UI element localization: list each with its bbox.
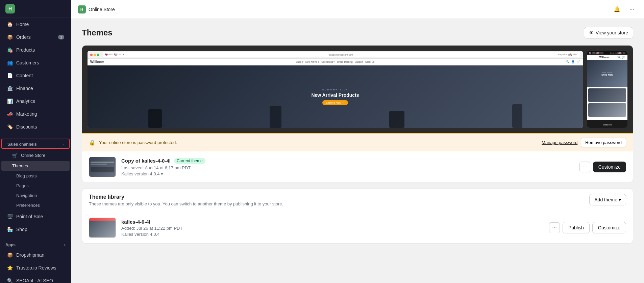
pos-icon: 🖥️ [7, 214, 13, 220]
browser-dot-green [97, 54, 99, 56]
sidebar-item-label: Home [16, 22, 29, 27]
mobile-hero-title: Shop Now [601, 74, 613, 76]
view-store-label: View your store [596, 30, 628, 35]
sidebar-item-orders[interactable]: 📦 Orders 1 [1, 31, 70, 43]
sidebar-item-products[interactable]: 🛍️ Products [1, 44, 70, 56]
browser-dot-red [90, 54, 93, 56]
notification-icon: 🔔 [614, 6, 620, 12]
apps-chevron-icon: › [64, 243, 66, 247]
mobile-flags: 🇬🇧 EN / 🇺🇸 USD [589, 52, 603, 54]
hero-title: New Arrival Products [311, 92, 359, 98]
current-theme-badge: Current theme [174, 158, 205, 164]
sidebar-item-label: Marketing [16, 111, 37, 117]
password-banner: 🔒 Your online store is password protecte… [82, 133, 633, 151]
analytics-icon: 📊 [7, 98, 13, 104]
page-title: Themes [82, 28, 113, 37]
dropshipman-icon: 📦 [7, 252, 13, 258]
library-header: Theme library These themes are only visi… [82, 189, 633, 212]
nav-link: Support [355, 61, 363, 63]
orders-badge: 1 [58, 35, 64, 39]
remove-password-button[interactable]: Remove password [581, 138, 626, 147]
mobile-product-2 [588, 103, 626, 117]
trustoo-label: Trustoo.io Reviews [16, 265, 56, 271]
sidebar-item-pos[interactable]: 🖥️ Point of Sale [1, 210, 70, 223]
thumb-row [91, 162, 114, 163]
sidebar-item-online-store[interactable]: 🛒 Online Store [1, 150, 70, 160]
seoant-icon: 🔍 [7, 278, 13, 283]
current-theme-section: Copy of kalles-4-0-4l Current theme Last… [82, 151, 633, 182]
mobile-brand: Willloom [599, 56, 609, 58]
lib-thumb-content [89, 221, 116, 237]
thumb-row [91, 164, 107, 165]
library-title: Theme library [89, 194, 283, 200]
blog-posts-label: Blog posts [16, 173, 37, 178]
online-store-icon: 🛒 [12, 153, 18, 158]
library-theme-more-button[interactable]: ··· [549, 222, 560, 233]
sidebar-item-label: Online Store [21, 153, 45, 158]
nav-link: Collections ▾ [321, 61, 335, 63]
nav-link: Shop ▾ [296, 61, 303, 63]
preview-hero: SUMMER 2024 New Arrival Products Explore… [88, 65, 583, 128]
mobile-footer: Willloom [587, 120, 627, 128]
sidebar-item-seoant[interactable]: 🔍 SEOAnt - AI SEO [1, 275, 70, 283]
sidebar-item-label: Discounts [16, 124, 37, 130]
library-theme-info: kalles-4-0-4l Added: Jul 26 at 11:22 pm … [121, 219, 544, 237]
main-area: H Online Store 🔔 ··· Themes 👁 View your … [71, 0, 644, 283]
theme-actions: ··· Customize [579, 162, 626, 172]
sidebar-item-marketing[interactable]: 📣 Marketing [1, 108, 70, 120]
lock-icon: 🔒 [89, 139, 96, 146]
sidebar-item-analytics[interactable]: 📊 Analytics [1, 95, 70, 107]
sales-channels-section[interactable]: Sales channels › [1, 139, 70, 149]
library-theme-thumbnail [89, 218, 116, 238]
content-icon: 📄 [7, 73, 13, 79]
publish-button[interactable]: Publish [563, 222, 590, 233]
library-customize-button[interactable]: Customize [592, 222, 626, 233]
sidebar-item-label: Products [16, 47, 35, 53]
sidebar-item-label: Analytics [16, 98, 35, 104]
marketing-icon: 📣 [7, 111, 13, 117]
search-icon: 🔍 [566, 60, 569, 63]
hero-season-text: SUMMER 2024 [311, 88, 359, 91]
preview-nav: Willloom Shop ▾ New Arrival ▾ Collection… [88, 59, 583, 65]
sidebar-item-pages[interactable]: Pages [1, 181, 70, 190]
customize-button[interactable]: Customize [593, 162, 626, 172]
sidebar-item-label: Orders [16, 34, 31, 40]
password-message: Your online store is password protected. [99, 140, 538, 145]
manage-password-link[interactable]: Manage password [542, 140, 577, 145]
mobile-brand-footer: Willloom [603, 123, 612, 126]
theme-info: Copy of kalles-4-0-4l Current theme Last… [121, 158, 574, 176]
theme-more-button[interactable]: ··· [579, 162, 590, 172]
sidebar-item-label: Customers [16, 60, 39, 65]
sidebar-item-trustoo[interactable]: ⭐ Trustoo.io Reviews [1, 262, 70, 274]
hero-products [94, 104, 576, 128]
sidebar-item-navigation[interactable]: Navigation [1, 191, 70, 200]
lib-thumb-accent [89, 218, 116, 221]
theme-version[interactable]: Kalles version 4.0.4 ▾ [121, 171, 574, 176]
sidebar-item-content[interactable]: 📄 Content [1, 69, 70, 82]
sidebar-item-customers[interactable]: 👥 Customers [1, 57, 70, 69]
sidebar-item-blog-posts[interactable]: Blog posts [1, 171, 70, 180]
sidebar-item-themes[interactable]: Themes [1, 161, 70, 171]
topbar: H Online Store 🔔 ··· [71, 0, 644, 19]
view-store-button[interactable]: 👁 View your store [584, 27, 633, 38]
more-icon: ··· [583, 164, 587, 170]
product-3 [389, 111, 404, 128]
themes-label: Themes [12, 163, 28, 168]
shop-label: Shop [16, 227, 27, 232]
sidebar-item-preferences[interactable]: Preferences [1, 201, 70, 210]
sidebar-item-shop[interactable]: 🏪 Shop [1, 223, 70, 235]
sidebar-item-finance[interactable]: 🏦 Finance [1, 82, 70, 94]
more-options-button[interactable]: ··· [626, 4, 637, 15]
apps-section: Apps › [0, 240, 71, 249]
sidebar-item-discounts[interactable]: 🏷️ Discounts [1, 121, 70, 133]
sidebar-item-dropshipman[interactable]: 📦 Dropshipman [1, 249, 70, 261]
chevron-right-icon: › [63, 143, 64, 146]
notification-button[interactable]: 🔔 [612, 4, 622, 15]
mobile-hero: New Arrival Shop Now [587, 60, 627, 87]
seoant-label: SEOAnt - AI SEO [16, 278, 53, 283]
sidebar-item-home[interactable]: 🏠 Home [1, 18, 70, 30]
add-theme-button[interactable]: Add theme ▾ [589, 194, 626, 205]
topbar-left: H Online Store [78, 5, 115, 13]
pages-label: Pages [16, 183, 29, 188]
content-area: Themes 👁 View your store [71, 19, 644, 283]
